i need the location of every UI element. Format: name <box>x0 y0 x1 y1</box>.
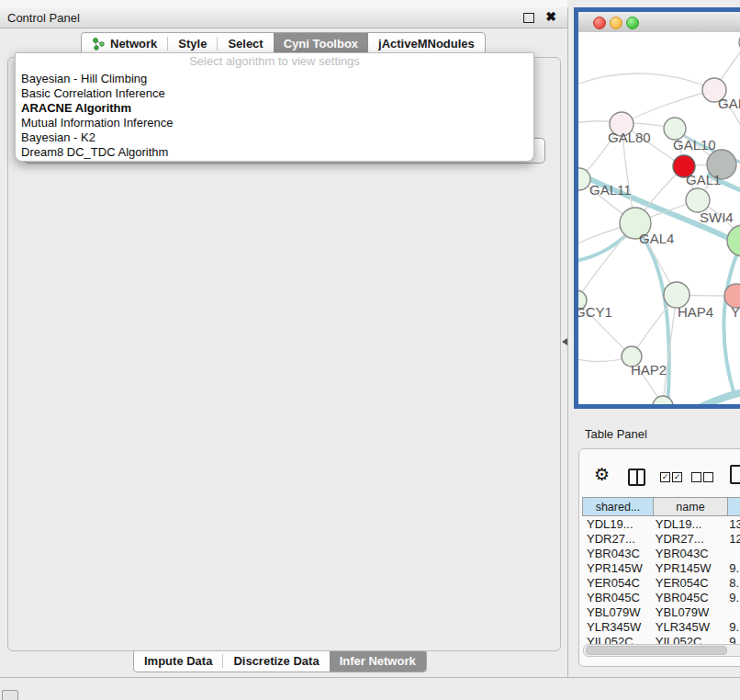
cell: YLR345W <box>651 620 723 635</box>
table-row[interactable]: YPR145WYPR145W9. <box>582 561 740 576</box>
cell <box>723 605 740 620</box>
label-hap2: HAP2 <box>631 362 667 378</box>
bottom-tabbar: Impute Data Discretize Data Infer Networ… <box>133 649 427 672</box>
table-hscrollbar-thumb[interactable] <box>586 646 727 655</box>
cell: YDR27... <box>582 532 651 547</box>
checked-checkbox-icon[interactable]: ✓ <box>660 472 670 482</box>
cell: YER054C <box>582 576 651 591</box>
table-panel: ⚙ ✓ ✓ shared... name YDL19...YDL19...13 … <box>578 448 740 667</box>
window-top-strip <box>0 0 567 7</box>
tab-cyni-toolbox[interactable]: Cyni Toolbox <box>274 33 368 54</box>
network-view-window: GAL GAL80 GAL10 GAL1 GAL11 SWI4 GAL4 GCY… <box>578 12 740 404</box>
node-green-bright[interactable] <box>727 225 740 256</box>
close-window-icon[interactable] <box>593 17 606 29</box>
tab-select[interactable]: Select <box>218 33 273 54</box>
algorithm-dropdown-popup: Select algorithm to view settings Bayesi… <box>15 52 534 162</box>
cell: 8. <box>723 576 740 591</box>
float-panel-icon[interactable] <box>523 13 534 23</box>
column-header-name[interactable]: name <box>654 497 728 516</box>
label-hap4: HAP4 <box>678 304 713 320</box>
column-layout-icon[interactable] <box>628 469 645 486</box>
tab-select-label: Select <box>228 37 263 51</box>
label-gal11: GAL11 <box>589 182 632 198</box>
algorithm-option[interactable]: Bayesian - K2 <box>16 130 533 145</box>
label-gal1: GAL1 <box>686 172 721 187</box>
label-gal80: GAL80 <box>608 130 651 145</box>
unchecked-checkbox-icon[interactable] <box>703 472 713 482</box>
cell: 13 <box>723 517 740 532</box>
tab-discretize-data-label: Discretize Data <box>233 654 319 668</box>
tab-cyni-toolbox-label: Cyni Toolbox <box>284 37 358 51</box>
cell: YPR145W <box>582 561 651 576</box>
tab-impute-data-label: Impute Data <box>144 654 212 668</box>
network-icon <box>92 38 106 51</box>
table-body: YDL19...YDL19...13 YDR27...YDR27...12 YB… <box>582 517 740 651</box>
tab-jactivemnodules-label: jActiveMNodules <box>378 37 475 51</box>
cell: 9. <box>723 561 740 576</box>
label-gal4: GAL4 <box>639 231 674 246</box>
cell: YDR27... <box>651 532 723 547</box>
cell: YDL19... <box>582 517 651 532</box>
minimized-panel-button[interactable] <box>2 690 18 700</box>
label-gal-cut: GAL <box>718 96 740 111</box>
cell: 9. <box>723 620 740 635</box>
cell <box>723 547 740 561</box>
table-row[interactable]: YBR043CYBR043C <box>582 547 740 561</box>
document-icon[interactable] <box>730 465 740 484</box>
cell: YLR345W <box>582 620 651 635</box>
table-row[interactable]: YBR045CYBR045C9. <box>582 591 740 605</box>
column-header-partial[interactable] <box>728 497 740 516</box>
cell: YBR045C <box>651 591 723 605</box>
tab-impute-data[interactable]: Impute Data <box>134 650 222 672</box>
algorithm-option[interactable]: Bayesian - Hill Climbing <box>16 72 533 86</box>
node-labels: GAL GAL80 GAL10 GAL1 GAL11 SWI4 GAL4 GCY… <box>578 96 740 378</box>
table-row[interactable]: YDL19...YDL19...13 <box>582 517 740 532</box>
tab-jactivemnodules[interactable]: jActiveMNodules <box>368 33 485 54</box>
label-y-cut: Y <box>731 304 740 320</box>
network-canvas[interactable]: GAL GAL80 GAL10 GAL1 GAL11 SWI4 GAL4 GCY… <box>578 32 740 404</box>
tab-infer-network-label: Infer Network <box>340 654 416 668</box>
table-horizontal-scrollbar[interactable] <box>583 644 740 657</box>
network-window-titlebar[interactable] <box>578 12 740 33</box>
gear-icon[interactable]: ⚙ <box>594 466 610 483</box>
cell: YPR145W <box>651 561 723 576</box>
algorithm-option-selected[interactable]: ARACNE Algorithm <box>16 101 533 116</box>
column-header-shared[interactable]: shared... <box>582 497 654 516</box>
network-view-frame: GAL GAL80 GAL10 GAL1 GAL11 SWI4 GAL4 GCY… <box>574 7 740 409</box>
cell: YDL19... <box>651 517 723 532</box>
control-panel-title: Control Panel <box>7 11 80 25</box>
label-swi4: SWI4 <box>700 209 734 225</box>
tab-infer-network[interactable]: Infer Network <box>330 650 426 672</box>
tab-style-label: Style <box>178 37 207 51</box>
cell: YBR043C <box>651 547 723 561</box>
cell: YBR043C <box>582 547 651 561</box>
algorithm-option[interactable]: Mutual Information Inference <box>16 116 533 130</box>
window-bottom-divider <box>0 677 740 678</box>
zoom-window-icon[interactable] <box>626 17 639 29</box>
tab-network[interactable]: Network <box>82 33 167 54</box>
control-panel-titlebar: Control Panel ✖ <box>0 7 567 28</box>
close-panel-icon[interactable]: ✖ <box>545 9 556 24</box>
splitter-collapse-arrow[interactable] <box>562 338 567 345</box>
table-row[interactable]: YER054CYER054C8. <box>582 576 740 591</box>
checked-checkbox-icon[interactable]: ✓ <box>672 472 682 482</box>
unchecked-checkbox-icon[interactable] <box>691 472 701 482</box>
cell: YBL079W <box>651 605 723 620</box>
tab-discretize-data[interactable]: Discretize Data <box>223 650 329 672</box>
tab-style[interactable]: Style <box>168 33 217 54</box>
label-gal10: GAL10 <box>673 137 716 152</box>
table-row[interactable]: YLR345WYLR345W9. <box>582 620 740 635</box>
table-row[interactable]: YDR27...YDR27...12 <box>582 532 740 547</box>
network-graph: GAL GAL80 GAL10 GAL1 GAL11 SWI4 GAL4 GCY… <box>578 32 740 404</box>
tab-network-label: Network <box>110 37 157 51</box>
algorithm-placeholder: Select algorithm to view settings <box>16 53 533 72</box>
label-gcy1: GCY1 <box>578 304 612 320</box>
minimize-window-icon[interactable] <box>610 17 622 29</box>
table-panel-title: Table Panel <box>585 427 647 441</box>
algorithm-option[interactable]: Basic Correlation Inference <box>16 86 533 101</box>
algorithm-option[interactable]: Dream8 DC_TDC Algorithm <box>16 145 533 160</box>
table-row[interactable]: YBL079WYBL079W <box>582 605 740 620</box>
cell: YER054C <box>651 576 723 591</box>
table-header-row: shared... name <box>582 497 740 516</box>
cell: YBR045C <box>582 591 651 605</box>
